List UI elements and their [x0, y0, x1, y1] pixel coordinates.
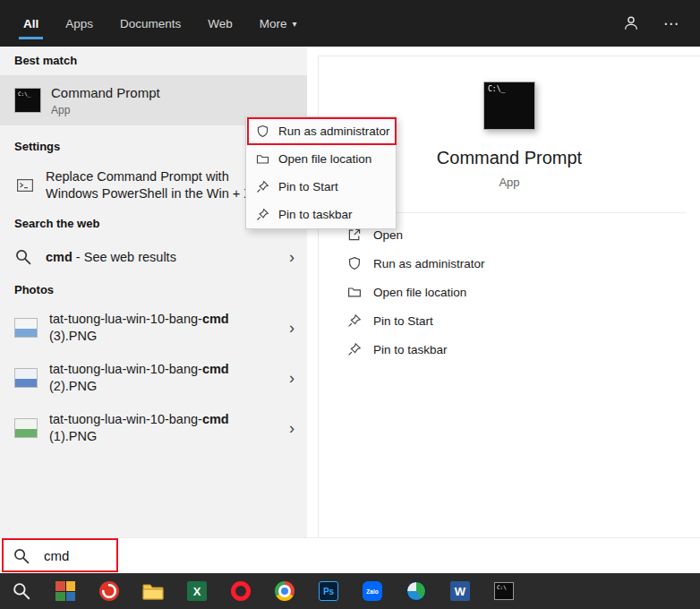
photo-thumbnail [14, 318, 38, 338]
web-query: cmd [46, 250, 73, 264]
folder-icon [256, 152, 269, 166]
command-prompt-icon: C:\ [494, 582, 514, 600]
chevron-down-icon: ▾ [293, 19, 297, 29]
menu-pin-to-start-label: Pin to Start [278, 180, 338, 193]
photo-2-prefix: tat-tuong-lua-win-10-bang- [49, 362, 202, 376]
taskbar-photoshop[interactable]: Ps [318, 580, 339, 602]
chevron-right-icon[interactable]: › [289, 370, 295, 386]
pin-icon [347, 313, 362, 328]
web-search-result[interactable]: cmd - See web results › [0, 236, 307, 278]
search-filter-bar: All Apps Documents Web More ▾ [0, 0, 700, 47]
action-pin-to-start-label: Pin to Start [373, 314, 433, 328]
tab-web[interactable]: Web [206, 0, 235, 47]
chevron-right-icon[interactable]: › [289, 420, 295, 436]
preview-actions: Open Run as administrator Open file loca… [319, 220, 700, 364]
folder-icon [347, 285, 362, 299]
best-match-title: Command Prompt [51, 84, 160, 101]
word-icon: W [450, 581, 470, 601]
taskbar-chrome[interactable] [274, 580, 295, 602]
menu-run-as-admin-label: Run as administrator [278, 124, 390, 138]
menu-pin-to-start[interactable]: Pin to Start [246, 173, 396, 201]
settings-result-text: Replace Command Prompt with Windows Powe… [46, 168, 252, 202]
web-query-rest: - See web results [73, 250, 176, 264]
taskbar-word[interactable]: W [449, 580, 471, 602]
opera-icon [231, 581, 251, 601]
taskbar-excel[interactable]: X [186, 580, 208, 602]
photo-result-2[interactable]: tat-tuong-lua-win-10-bang-cmd (2).PNG › [0, 353, 307, 403]
photo-1-line1: tat-tuong-lua-win-10-bang-cmd [49, 311, 229, 328]
settings-result-line2: Windows PowerShell in the Win + X [46, 185, 252, 202]
photo-result-3-text: tat-tuong-lua-win-10-bang-cmd (1).PNG [49, 411, 229, 445]
filter-tabs: All Apps Documents Web More ▾ [0, 0, 299, 47]
command-prompt-icon: C:\_ [14, 88, 41, 113]
photo-1-prefix: tat-tuong-lua-win-10-bang- [49, 312, 202, 326]
taskbar-search-button[interactable] [11, 580, 32, 602]
tab-documents[interactable]: Documents [118, 0, 183, 47]
chevron-right-icon[interactable]: › [289, 320, 295, 336]
tab-web-label: Web [208, 17, 233, 30]
taskbar-zalo[interactable]: Zalo [362, 580, 383, 602]
red-swirl-icon [99, 581, 119, 601]
chevron-right-icon[interactable]: › [289, 249, 295, 265]
tab-all-label: All [23, 17, 38, 30]
admin-shield-icon [347, 256, 362, 270]
action-run-as-admin-label: Run as administrator [373, 257, 485, 270]
excel-icon: X [187, 581, 207, 601]
photo-3-line2: (1).PNG [49, 428, 229, 445]
account-button[interactable] [622, 14, 640, 32]
action-open-label: Open [373, 228, 403, 242]
tab-more-label: More [260, 17, 287, 30]
taskbar-red-swirl-app[interactable] [98, 580, 120, 602]
tab-more[interactable]: More ▾ [258, 0, 299, 47]
tab-apps[interactable]: Apps [64, 0, 95, 47]
taskbar-cmd[interactable]: C:\ [493, 580, 515, 602]
taskbar-photo-grid-app[interactable] [55, 580, 76, 602]
search-bar [0, 537, 700, 573]
zalo-icon: Zalo [363, 581, 382, 601]
search-web-header: Search the web [14, 217, 99, 230]
photo-result-1-text: tat-tuong-lua-win-10-bang-cmd (3).PNG [49, 311, 229, 345]
best-match-subtitle: App [51, 104, 160, 116]
grid-tile [55, 581, 65, 591]
action-open-file-location-label: Open file location [373, 286, 466, 299]
tab-all[interactable]: All [21, 0, 40, 47]
action-pin-to-start[interactable]: Pin to Start [319, 306, 700, 335]
taskbar-globe-browser[interactable] [405, 580, 427, 602]
menu-pin-to-taskbar[interactable]: Pin to taskbar [246, 201, 396, 228]
menu-run-as-admin[interactable]: Run as administrator [246, 117, 396, 145]
photo-result-1[interactable]: tat-tuong-lua-win-10-bang-cmd (3).PNG › [0, 303, 307, 353]
best-match-text: Command Prompt App [51, 84, 160, 116]
chrome-icon [275, 581, 295, 601]
photo-thumbnail [14, 418, 38, 438]
photo-3-match: cmd [202, 412, 229, 426]
best-match-header: Best match [14, 54, 77, 67]
pin-icon [347, 342, 362, 356]
tab-apps-label: Apps [65, 17, 93, 30]
grid-tile [66, 581, 76, 591]
action-open-file-location[interactable]: Open file location [319, 278, 700, 306]
search-flyout: All Apps Documents Web More ▾ [0, 0, 700, 609]
tab-documents-label: Documents [120, 17, 181, 30]
taskbar-file-explorer[interactable] [142, 580, 164, 602]
search-input[interactable] [42, 547, 243, 564]
admin-shield-icon [256, 124, 269, 138]
chrome-hub [278, 585, 291, 597]
photo-result-2-text: tat-tuong-lua-win-10-bang-cmd (2).PNG [49, 361, 229, 395]
settings-header: Settings [14, 140, 60, 153]
search-icon [15, 249, 31, 265]
action-pin-to-taskbar[interactable]: Pin to taskbar [319, 335, 700, 364]
menu-open-file-location[interactable]: Open file location [246, 145, 396, 173]
context-menu: Run as administrator Open file location … [245, 116, 397, 229]
pin-icon [256, 180, 269, 193]
settings-result-line1: Replace Command Prompt with [46, 168, 252, 185]
taskbar-opera[interactable] [230, 580, 252, 602]
photo-3-line1: tat-tuong-lua-win-10-bang-cmd [49, 411, 229, 428]
active-tab-indicator [19, 37, 43, 39]
grid-tile [66, 592, 76, 602]
taskbar: X Ps Zalo W C:\ [0, 573, 700, 609]
account-icon [622, 14, 640, 32]
more-options-button[interactable]: ⋯ [663, 16, 680, 31]
photo-thumbnail [14, 368, 38, 388]
photo-result-3[interactable]: tat-tuong-lua-win-10-bang-cmd (1).PNG › [0, 403, 307, 453]
action-run-as-admin[interactable]: Run as administrator [319, 249, 700, 278]
